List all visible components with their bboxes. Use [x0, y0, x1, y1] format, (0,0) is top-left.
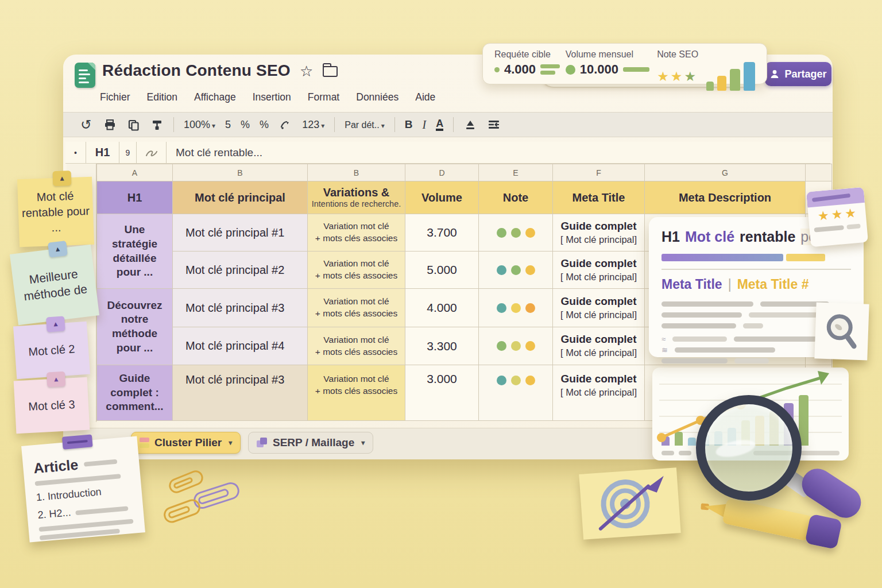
serp-progress-bar	[662, 254, 851, 261]
variations-line2: Intentions de recherche.	[312, 199, 401, 209]
seo-score-dots	[497, 376, 535, 385]
header-cell-h1[interactable]: H1	[97, 181, 173, 214]
menu-insertion[interactable]: Insertion	[253, 91, 291, 103]
sheet-tab-serp-maillage[interactable]: SERP / Maillage ▾	[248, 432, 373, 454]
sticky-note-text: Mot clé rentable pour ...	[18, 187, 94, 236]
header-cell-variations[interactable]: Variations &Intentions de recherche.	[308, 181, 405, 214]
stat-goal: Requéte cible 4.000	[494, 49, 566, 79]
bold-button[interactable]: B	[405, 118, 413, 131]
stat-score-label: Note SEO	[657, 49, 755, 60]
cell-variation[interactable]: Variation mot clé+ mots clés associes	[308, 365, 405, 421]
column-header-a[interactable]: A	[97, 164, 173, 181]
formula-input[interactable]: Mot clé rentable...	[167, 142, 830, 163]
merge-cells-icon[interactable]	[487, 118, 501, 131]
toolbar-divider	[394, 117, 395, 132]
cell-a-merged-1[interactable]: Une stratégie détaillée pour ...	[97, 214, 173, 289]
binder-clip-icon	[62, 434, 93, 449]
percent-format-button-2[interactable]: %	[260, 119, 269, 131]
cell-meta-title[interactable]: Guide complet[ Mot clé principal]	[553, 327, 645, 365]
cell-volume[interactable]: 3.700	[405, 214, 479, 252]
header-cell-meta-title[interactable]: Meta Title	[553, 181, 645, 214]
triangle-up-icon: ▲	[59, 174, 65, 182]
font-select[interactable]: Par dét..▾	[345, 119, 385, 131]
print-icon[interactable]	[103, 118, 117, 131]
header-cell-note[interactable]: Note	[479, 181, 553, 214]
cell-variation[interactable]: Variation mot clé+ mots clés associes	[308, 289, 405, 327]
menu-edition[interactable]: Edition	[147, 91, 178, 103]
cell-keyword[interactable]: Mot clé principal #3	[173, 365, 308, 421]
column-header-f[interactable]: F	[553, 164, 645, 181]
cell-keyword[interactable]: Mot clé principal #4	[173, 327, 308, 365]
share-button[interactable]: Partager	[765, 62, 831, 86]
cell-a-merged-3[interactable]: Guide complet : comment...	[97, 365, 173, 421]
header-cell-keyword[interactable]: Mot clé principal	[173, 181, 308, 214]
cell-variation[interactable]: Variation mot clé+ mots clés associes	[308, 214, 405, 252]
seo-score-bar-chart	[706, 62, 755, 91]
magnifier-icon	[823, 311, 861, 352]
zoom-select[interactable]: 100%▾	[184, 119, 215, 131]
triangle-up-icon: ▲	[52, 320, 59, 328]
copy-icon[interactable]	[126, 118, 140, 131]
cell-a-merged-2[interactable]: Découvrez notre méthode pour ...	[97, 289, 173, 365]
undo-icon[interactable]: ↺	[79, 118, 93, 131]
triangle-up-icon: ▲	[54, 245, 62, 253]
menu-aide[interactable]: Aide	[415, 91, 435, 103]
cell-note[interactable]	[479, 214, 553, 252]
star-favorite-icon[interactable]: ☆	[300, 63, 313, 80]
cell-variation[interactable]: Variation mot clé+ mots clés associes	[308, 252, 405, 289]
currency-format-button[interactable]: 5	[225, 119, 231, 131]
header-cell-meta-description[interactable]: Meta Description	[645, 181, 806, 214]
skeleton-line	[662, 358, 728, 363]
cell-keyword[interactable]: Mot clé principal #3	[173, 289, 308, 327]
cell-volume[interactable]: 3.000	[405, 365, 479, 421]
cell-note[interactable]	[479, 252, 553, 289]
star-icon: ★	[671, 70, 683, 83]
paint-format-icon[interactable]	[150, 118, 164, 131]
cell-meta-title[interactable]: Guide complet[ Mot clé principal]	[553, 289, 645, 327]
cell-variation[interactable]: Variation mot clé+ mots clés associes	[308, 327, 405, 365]
function-icon[interactable]	[137, 142, 167, 163]
fill-color-icon[interactable]	[463, 118, 477, 131]
column-header-e[interactable]: E	[479, 164, 553, 181]
cell-note[interactable]	[479, 327, 553, 365]
cell-keyword[interactable]: Mot clé principal #1	[173, 214, 308, 252]
cell-volume[interactable]: 4.000	[405, 289, 479, 327]
number-format-button[interactable]: 123▾	[302, 119, 324, 131]
pen-cap	[804, 514, 842, 550]
cell-meta-title[interactable]: Guide complet[ Mot clé principal]	[553, 214, 645, 252]
cell-volume[interactable]: 5.000	[405, 252, 479, 289]
column-header-d[interactable]: D	[405, 164, 479, 181]
percent-format-button[interactable]: %	[241, 119, 250, 131]
formula-bar: • H1 9 Mot clé rentable...	[65, 142, 830, 164]
menu-donnees[interactable]: Donniées	[356, 91, 399, 103]
toolbar: ↺ 100%▾ 5 % % 123▾ Par dét..▾ B I A	[63, 112, 833, 137]
illustration-canvas: { "window": { "title": "Rédaction Conten…	[0, 0, 882, 588]
menu-affichage[interactable]: Affichage	[194, 91, 236, 103]
row-ref-box[interactable]: 9	[119, 142, 137, 163]
sticky-note-text: Meilleure méthode de	[12, 264, 97, 306]
stat-volume-value: 10.000	[580, 62, 618, 77]
cell-keyword[interactable]: Mot clé principal #2	[173, 252, 308, 289]
column-header-g[interactable]: G	[645, 164, 806, 181]
note-pin-tab: ▲	[46, 316, 65, 332]
header-cell-volume[interactable]: Volume	[405, 181, 479, 214]
decimal-format-icon[interactable]	[278, 118, 292, 131]
text-color-button[interactable]: A	[436, 118, 443, 131]
cell-meta-title[interactable]: Guide complet[ Mot clé principal]	[553, 365, 645, 421]
column-header-c[interactable]: B	[308, 164, 405, 181]
cell-note[interactable]	[479, 365, 553, 421]
star-icon: ★	[831, 208, 844, 222]
cell-volume[interactable]: 3.300	[405, 327, 479, 365]
sheet-tab-cluster-pilier[interactable]: Cluster Pilier ▾	[131, 432, 241, 454]
menu-fichier[interactable]: Fichier	[100, 91, 130, 103]
folder-icon[interactable]	[323, 66, 338, 77]
skeleton-line	[662, 451, 674, 455]
name-box[interactable]: H1	[86, 142, 119, 163]
cell-meta-title[interactable]: Guide complet[ Mot clé principal]	[553, 252, 645, 289]
italic-button[interactable]: I	[422, 118, 426, 131]
magnifying-glass-icon	[696, 395, 802, 501]
column-header-b[interactable]: B	[173, 164, 308, 181]
cell-note[interactable]	[479, 289, 553, 327]
menu-format[interactable]: Format	[308, 91, 339, 103]
star-icon: ★	[817, 209, 830, 223]
